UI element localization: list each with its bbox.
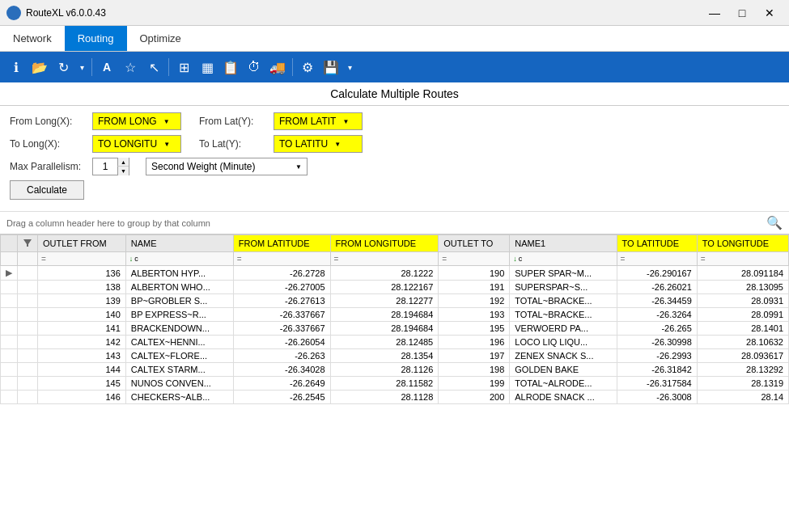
text-button[interactable]: A [95,56,118,78]
row-index [18,377,38,391]
table-row[interactable]: 138 ALBERTON WHO... -26.27005 28.122167 … [1,281,789,294]
filter-outlet-from[interactable]: = [38,252,126,266]
name1: ALRODE SNACK ... [510,391,617,404]
table-row[interactable]: 143 CALTEX~FLORE... -26.263 28.1354 197 … [1,349,789,363]
menu-network[interactable]: Network [0,26,65,51]
maximize-button[interactable]: □ [729,5,755,21]
save-button[interactable]: 💾 [320,56,342,78]
cursor-button[interactable]: ↖ [142,56,165,78]
from-lon: 28.122167 [330,281,439,294]
info-button[interactable]: ℹ [5,56,28,78]
filter-to-lat[interactable]: = [617,252,697,266]
to-lon: 28.1319 [697,377,788,391]
outlet-to: 192 [439,294,510,308]
row-index [18,322,38,336]
filter-name[interactable]: ↓c [125,252,233,266]
to-lat-dropdown[interactable]: TO LATITU [274,135,363,153]
data-table-wrap[interactable]: OUTLET FROM NAME FROM LATITUDE FROM LONG… [0,234,789,532]
row-expand[interactable] [1,377,18,391]
filter-row: = ↓c = = = ↓c [1,252,789,266]
filter-from-lat[interactable]: = [233,252,330,266]
from-long-dropdown[interactable]: FROM LONG [92,112,181,130]
col-to-latitude[interactable]: TO LATITUDE [617,235,697,252]
document-button[interactable]: 📋 [219,56,242,78]
row-expand[interactable] [1,294,18,308]
name: NUNOS CONVEN... [125,377,233,391]
max-parallel-spinner[interactable]: ▲ ▼ [92,158,129,175]
to-long-dropdown[interactable]: TO LONGITU [92,135,181,153]
col-to-longitude[interactable]: TO LONGITUDE [697,235,788,252]
clock-button[interactable]: ⏱ [243,56,265,78]
separator-3 [292,58,293,76]
to-lon: 28.0931 [697,294,788,308]
menu-optimize[interactable]: Optimize [127,26,194,51]
table-button[interactable]: ▦ [196,56,218,78]
name1: GOLDEN BAKE [510,363,617,377]
name: BP~GROBLER S... [125,294,233,308]
filter-outlet-to[interactable]: = [439,252,510,266]
calculate-button[interactable]: Calculate [10,180,84,200]
outlet-to: 196 [439,336,510,349]
row-expand[interactable]: ▶ [1,266,18,281]
table-row[interactable]: ▶ 136 ALBERTON HYP... -26.2728 28.1222 1… [1,266,789,281]
grid-button[interactable]: ⊞ [172,56,195,78]
refresh-dropdown-button[interactable]: ▾ [75,56,88,78]
form-row-2: To Long(X): TO LONGITU To Lat(Y): TO LAT… [10,135,779,153]
weight-dropdown[interactable]: Second Weight (Minute) [146,158,308,175]
star-button[interactable]: ☆ [119,56,142,78]
name1: SUPERSPAR~S... [510,281,617,294]
table-row[interactable]: 144 CALTEX STARM... -26.34028 28.1126 19… [1,363,789,377]
outlet-from: 136 [38,266,126,281]
to-lat: -26.3008 [617,391,697,404]
row-expand[interactable] [1,349,18,363]
minimize-button[interactable]: — [702,5,727,21]
name: CALTEX STARM... [125,363,233,377]
col-name[interactable]: NAME [125,235,233,252]
row-expand[interactable] [1,281,18,294]
outlet-from: 139 [38,294,126,308]
settings-button[interactable]: ⚙ [296,56,319,78]
row-expand[interactable] [1,336,18,349]
col-from-latitude[interactable]: FROM LATITUDE [233,235,330,252]
row-expand[interactable] [1,322,18,336]
folder-button[interactable]: 📂 [28,56,51,78]
col-outlet-from[interactable]: OUTLET FROM [38,235,126,252]
spinner-up[interactable]: ▲ [117,158,129,167]
row-expand[interactable] [1,363,18,377]
filter-to-lon[interactable]: = [697,252,788,266]
table-row[interactable]: 140 BP EXPRESS~R... -26.337667 28.194684… [1,308,789,322]
col-from-longitude[interactable]: FROM LONGITUDE [330,235,439,252]
outlet-from: 146 [38,391,126,404]
filter-icon-cell [18,252,38,266]
name: CALTEX~HENNI... [125,336,233,349]
from-lon: 28.11582 [330,377,439,391]
filter-from-lon[interactable]: = [330,252,439,266]
outlet-to: 191 [439,281,510,294]
table-row[interactable]: 142 CALTEX~HENNI... -26.26054 28.12485 1… [1,336,789,349]
spinner-input[interactable] [93,158,117,175]
from-lat: -26.2649 [233,377,330,391]
table-row[interactable]: 146 CHECKERS~ALB... -26.2545 28.1128 200… [1,391,789,404]
table-row[interactable]: 145 NUNOS CONVEN... -26.2649 28.11582 19… [1,377,789,391]
to-lon: 28.0991 [697,308,788,322]
table-body: ▶ 136 ALBERTON HYP... -26.2728 28.1222 1… [1,266,789,404]
table-row[interactable]: 141 BRACKENDOWN... -26.337667 28.194684 … [1,322,789,336]
from-lat-dropdown[interactable]: FROM LATIT [274,112,363,130]
filter-name1[interactable]: ↓c [510,252,617,266]
row-expand[interactable] [1,391,18,404]
col-name1[interactable]: NAME1 [510,235,617,252]
save-dropdown-button[interactable]: ▾ [343,56,356,78]
from-lat: -26.337667 [233,308,330,322]
name1: SUPER SPAR~M... [510,266,617,281]
from-lat: -26.263 [233,349,330,363]
search-button[interactable]: 🔍 [766,215,783,230]
col-outlet-to[interactable]: OUTLET TO [439,235,510,252]
close-button[interactable]: ✕ [757,5,783,21]
table-row[interactable]: 139 BP~GROBLER S... -26.27613 28.12277 1… [1,294,789,308]
name: ALBERTON HYP... [125,266,233,281]
spinner-down[interactable]: ▼ [117,167,129,175]
menu-routing[interactable]: Routing [65,26,127,51]
refresh-button[interactable]: ↻ [52,56,74,78]
truck-button[interactable]: 🚚 [266,56,289,78]
row-expand[interactable] [1,308,18,322]
